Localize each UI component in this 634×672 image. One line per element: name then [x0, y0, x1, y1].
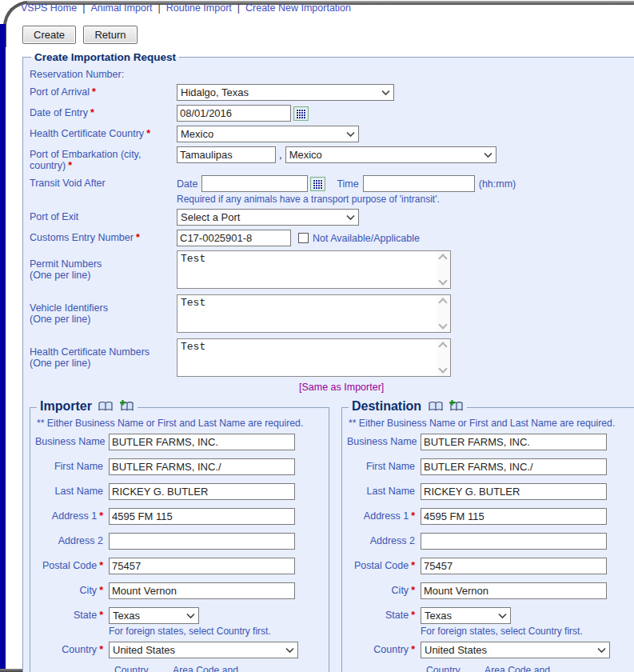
importer-business-name-row: Business Name	[35, 434, 324, 450]
add-address-book-icon[interactable]	[120, 401, 134, 414]
importer-address1-input[interactable]	[109, 508, 295, 525]
chevron-down-icon	[346, 214, 355, 221]
importer-last-name-input[interactable]	[109, 483, 295, 500]
port-of-exit-row: Port of Exit Select a Port	[30, 209, 634, 226]
nav-animal-import[interactable]: Animal Import	[90, 2, 152, 14]
health-certificate-country-label: Health Certificate Country	[30, 128, 144, 139]
importer-state-value: Texas	[113, 610, 140, 622]
importer-panel: Importer ** Either Business Name or Firs…	[30, 399, 329, 672]
permit-numbers-textarea[interactable]: Test	[177, 250, 451, 289]
importer-state-select[interactable]: Texas	[109, 607, 199, 624]
embarkation-city-input[interactable]	[177, 146, 276, 163]
destination-first-name-label: First Name	[347, 458, 421, 472]
nav-routine-import[interactable]: Routine Import	[166, 2, 232, 14]
window-left-edge	[0, 24, 6, 669]
permit-numbers-row: Permit Numbers (One per line) Test	[30, 250, 634, 289]
scrollbar[interactable]	[437, 295, 450, 332]
destination-state-row: State* Texas For foreign states, select …	[347, 607, 634, 637]
importer-country-select[interactable]: United States	[109, 642, 298, 658]
return-button[interactable]: Return	[83, 26, 137, 44]
customs-entry-number-input[interactable]	[177, 230, 291, 246]
destination-first-name-input[interactable]	[421, 458, 607, 475]
destination-state-label: State	[385, 610, 409, 621]
scrollbar[interactable]	[437, 339, 450, 376]
importer-address2-input[interactable]	[109, 533, 295, 550]
permit-numbers-sublabel: (One per line)	[30, 270, 177, 281]
importer-address2-label: Address 2	[35, 533, 109, 546]
scroll-up-icon[interactable]	[438, 254, 447, 262]
required-marker: *	[411, 510, 415, 522]
date-of-entry-label: Date of Entry	[30, 107, 88, 118]
embarkation-country-value: Mexico	[289, 149, 322, 161]
nav-create-new-importation[interactable]: Create New Importation	[245, 2, 351, 14]
required-marker: *	[99, 585, 103, 596]
importer-business-name-input[interactable]	[109, 434, 295, 450]
importer-city-label: City	[80, 585, 98, 596]
scroll-down-icon[interactable]	[438, 320, 447, 329]
not-available-checkbox[interactable]	[298, 233, 309, 243]
destination-city-label: City	[392, 585, 409, 596]
destination-last-name-input[interactable]	[421, 483, 607, 500]
health-certificate-country-row: Health Certificate Country* Mexico	[30, 126, 634, 142]
calendar-grid	[313, 179, 323, 189]
port-of-exit-select[interactable]: Select a Port	[177, 209, 359, 226]
transit-date-input[interactable]	[201, 175, 308, 192]
reservation-number-label: Reservation Number:	[30, 66, 177, 80]
toolbar: Create Return	[22, 26, 620, 44]
destination-postal-code-input[interactable]	[421, 558, 607, 574]
calendar-grid	[296, 109, 306, 118]
port-of-arrival-row: Port of Arrival* Hidalgo, Texas	[30, 84, 634, 101]
importer-country-value: United States	[113, 644, 175, 656]
create-button[interactable]: Create	[22, 26, 76, 44]
transit-time-input[interactable]	[363, 175, 475, 192]
embarkation-country-select[interactable]: Mexico	[285, 146, 496, 163]
importer-last-name-label: Last Name	[35, 483, 109, 497]
same-as-importer-link[interactable]: [Same as Importer]	[299, 382, 384, 393]
scroll-up-icon[interactable]	[438, 298, 447, 306]
importer-address1-label: Address 1	[52, 510, 97, 522]
calendar-icon[interactable]	[293, 106, 309, 121]
destination-business-name-input[interactable]	[421, 434, 607, 450]
importer-city-input[interactable]	[109, 582, 295, 599]
destination-country-select[interactable]: United States	[421, 642, 610, 658]
importer-postal-code-input[interactable]	[109, 558, 295, 574]
required-marker: *	[411, 560, 415, 571]
destination-address2-input[interactable]	[421, 533, 607, 550]
chevron-down-icon	[285, 647, 294, 654]
vehicle-identifiers-textarea[interactable]: Test	[177, 294, 451, 333]
port-of-arrival-label: Port of Arrival	[30, 86, 90, 98]
health-certificate-country-value: Mexico	[181, 128, 213, 140]
destination-city-input[interactable]	[421, 582, 607, 599]
required-marker: *	[90, 107, 94, 118]
add-address-book-icon[interactable]	[449, 401, 464, 414]
address-book-icon[interactable]	[98, 401, 113, 414]
breadcrumb-separator: |	[237, 2, 240, 14]
importer-address2-row: Address 2	[35, 533, 324, 550]
scroll-down-icon[interactable]	[438, 276, 447, 285]
scroll-up-icon[interactable]	[438, 342, 447, 350]
health-certificate-country-select[interactable]: Mexico	[177, 126, 359, 142]
transit-void-after-label: Transit Void After	[30, 175, 177, 189]
health-certificate-numbers-sublabel: (One per line)	[30, 358, 177, 369]
importer-required-note: ** Either Business Name or First and Las…	[37, 418, 324, 429]
scroll-down-icon[interactable]	[438, 364, 447, 373]
calendar-icon[interactable]	[310, 177, 325, 191]
destination-address1-input[interactable]	[421, 508, 607, 525]
importer-first-name-input[interactable]	[109, 458, 295, 475]
port-of-arrival-select[interactable]: Hidalgo, Texas	[177, 84, 394, 101]
date-of-entry-input[interactable]	[177, 105, 291, 122]
destination-country-label: Country	[373, 644, 409, 655]
nav-vsps-home[interactable]: VSPS Home	[21, 2, 77, 14]
health-certificate-numbers-textarea[interactable]: Test	[177, 338, 451, 377]
vsps-page: VSPS Home|Animal Import|Routine Import|C…	[0, 0, 634, 672]
importer-country-label: Country	[62, 644, 97, 655]
destination-address1-row: Address 1*	[347, 508, 634, 525]
address-book-icon[interactable]	[429, 401, 443, 414]
importer-postal-code-row: Postal Code*	[35, 558, 324, 574]
destination-required-note: ** Either Business Name or First and Las…	[349, 418, 634, 429]
destination-city-row: City*	[347, 582, 634, 599]
scrollbar[interactable]	[437, 251, 450, 288]
destination-country-row: Country* United States	[347, 642, 634, 658]
required-marker: *	[99, 510, 103, 522]
destination-state-select[interactable]: Texas	[421, 607, 511, 624]
